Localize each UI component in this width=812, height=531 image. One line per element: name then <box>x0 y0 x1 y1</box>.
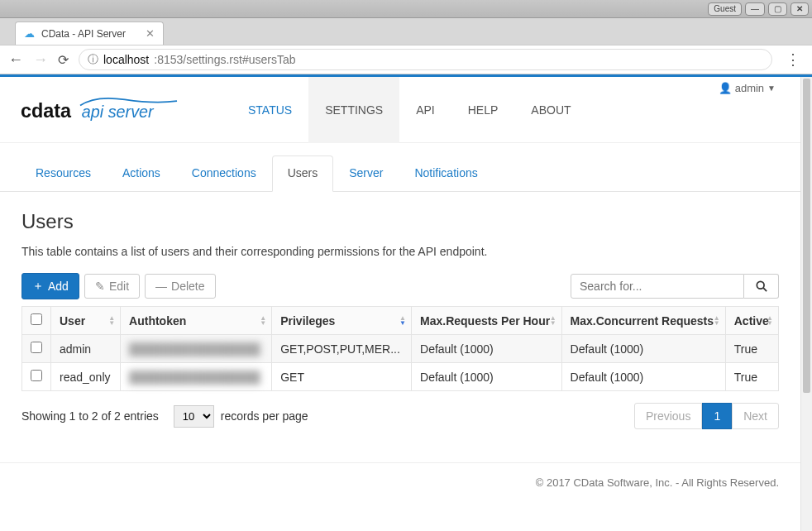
cell-max-concurrent: Default (1000) <box>561 335 725 363</box>
cell-max-requests: Default (1000) <box>412 363 562 391</box>
add-button-label: Add <box>48 280 69 293</box>
pagination: Previous 1 Next <box>634 403 779 429</box>
cell-authtoken: ████████████████ <box>121 335 272 363</box>
cell-active: True <box>725 335 778 363</box>
scrollbar-thumb[interactable] <box>803 79 810 393</box>
minus-icon: — <box>155 280 167 293</box>
search-button[interactable] <box>744 274 779 299</box>
row-checkbox[interactable] <box>31 342 42 353</box>
page-footer: © 2017 CData Software, Inc. - All Rights… <box>0 462 800 502</box>
browser-tab-strip: ☁ CData - API Server ✕ <box>0 18 812 45</box>
column-header-user[interactable]: User▲▼ <box>51 307 121 335</box>
cell-active: True <box>725 363 778 391</box>
next-page-button[interactable]: Next <box>732 403 779 429</box>
showing-entries-text: Showing 1 to 2 of 2 entries <box>21 409 159 423</box>
pencil-icon: ✎ <box>95 280 105 293</box>
settings-subtabs: ResourcesActionsConnectionsUsersServerNo… <box>0 155 800 192</box>
sort-icon: ▲▼ <box>399 316 406 326</box>
sort-icon: ▲▼ <box>767 316 773 326</box>
os-titlebar: Guest — ▢ ✕ <box>0 0 812 18</box>
sort-icon: ▲▼ <box>714 316 720 326</box>
table-body: admin████████████████GET,POST,PUT,MER...… <box>22 335 779 391</box>
select-all-cell <box>22 307 51 335</box>
select-all-checkbox[interactable] <box>31 313 42 325</box>
delete-button[interactable]: — Delete <box>145 274 215 299</box>
nav-item-help[interactable]: HELP <box>451 77 515 143</box>
reload-button[interactable]: ⟳ <box>58 52 69 68</box>
tab-actions[interactable]: Actions <box>107 155 176 192</box>
search-input[interactable] <box>571 274 744 299</box>
sort-icon: ▲▼ <box>260 316 266 326</box>
cell-user: admin <box>51 335 121 363</box>
user-name: admin <box>735 82 764 94</box>
nav-item-status[interactable]: STATUS <box>232 77 308 143</box>
add-button[interactable]: ＋ Add <box>21 273 79 299</box>
toolbar: ＋ Add ✎ Edit — Delete <box>21 273 779 299</box>
os-maximize-button[interactable]: ▢ <box>768 2 787 16</box>
browser-tab[interactable]: ☁ CData - API Server ✕ <box>15 22 164 45</box>
prev-page-button[interactable]: Previous <box>634 403 702 429</box>
row-checkbox[interactable] <box>31 370 42 381</box>
page-description: This table contains a list of users and … <box>21 245 779 258</box>
nav-item-api[interactable]: API <box>399 77 451 143</box>
url-host: localhost <box>103 53 149 66</box>
tab-resources[interactable]: Resources <box>20 155 107 192</box>
address-input[interactable]: ⓘ localhost:8153/settings.rst#usersTab <box>79 49 772 70</box>
column-header-active[interactable]: Active▲▼ <box>725 307 778 335</box>
sort-icon: ▲▼ <box>108 316 115 326</box>
sort-icon: ▲▼ <box>550 316 556 326</box>
column-header-max-requests-per-hour[interactable]: Max.Requests Per Hour▲▼ <box>412 307 562 335</box>
browser-address-bar: ← → ⟳ ⓘ localhost:8153/settings.rst#user… <box>0 45 812 74</box>
records-per-page-label: records per page <box>221 409 308 423</box>
forward-button: → <box>33 51 48 69</box>
tab-notifications[interactable]: Notifications <box>399 155 493 192</box>
search-icon <box>756 280 767 292</box>
table-header-row: User▲▼Authtoken▲▼Privileges▲▼Max.Request… <box>22 307 779 335</box>
records-per-page-select[interactable]: 10 <box>174 405 214 428</box>
cell-authtoken: ████████████████ <box>121 363 272 391</box>
os-guest-button[interactable]: Guest <box>708 2 742 16</box>
os-close-button[interactable]: ✕ <box>791 2 809 16</box>
users-table: User▲▼Authtoken▲▼Privileges▲▼Max.Request… <box>21 306 779 391</box>
cloud-icon: ☁ <box>24 27 35 40</box>
user-icon: 👤 <box>719 82 732 94</box>
svg-text:cdata: cdata <box>21 100 72 122</box>
main-content: Users This table contains a list of user… <box>0 192 800 462</box>
tab-server[interactable]: Server <box>333 155 399 192</box>
table-row[interactable]: read_only████████████████GETDefault (100… <box>22 363 779 391</box>
cell-max-requests: Default (1000) <box>412 335 562 363</box>
header: cdata api server STATUSSETTINGSAPIHELPAB… <box>0 77 800 143</box>
column-header-privileges[interactable]: Privileges▲▼ <box>272 307 412 335</box>
site-info-icon[interactable]: ⓘ <box>88 52 98 67</box>
nav-item-about[interactable]: ABOUT <box>514 77 587 143</box>
svg-text:api server: api server <box>82 103 155 121</box>
os-minimize-button[interactable]: — <box>745 2 765 16</box>
column-header-max-concurrent-requests[interactable]: Max.Concurrent Requests▲▼ <box>561 307 725 335</box>
cell-max-concurrent: Default (1000) <box>561 363 725 391</box>
delete-button-label: Delete <box>171 280 204 293</box>
table-row[interactable]: admin████████████████GET,POST,PUT,MER...… <box>22 335 779 363</box>
page-title: Users <box>21 210 779 233</box>
scrollbar[interactable] <box>800 77 812 531</box>
page-1-button[interactable]: 1 <box>702 403 732 429</box>
edit-button[interactable]: ✎ Edit <box>84 274 140 299</box>
browser-tab-title: CData - API Server <box>41 28 139 40</box>
nav-item-settings[interactable]: SETTINGS <box>308 77 399 143</box>
svg-point-2 <box>757 281 764 289</box>
caret-down-icon: ▼ <box>767 84 776 93</box>
copyright-text: © 2017 CData Software, Inc. - All Rights… <box>536 476 779 489</box>
column-header-authtoken[interactable]: Authtoken▲▼ <box>121 307 272 335</box>
tab-connections[interactable]: Connections <box>176 155 272 192</box>
user-dropdown[interactable]: 👤 admin ▼ <box>719 82 776 94</box>
cell-privileges: GET,POST,PUT,MER... <box>272 335 412 363</box>
cell-privileges: GET <box>272 363 412 391</box>
tab-users[interactable]: Users <box>272 155 334 192</box>
browser-menu-button[interactable]: ⋮ <box>782 50 804 69</box>
cdata-api-server-logo: cdata api server <box>20 95 185 125</box>
table-footer: Showing 1 to 2 of 2 entries 10 records p… <box>21 403 779 429</box>
close-tab-icon[interactable]: ✕ <box>146 27 155 40</box>
back-button[interactable]: ← <box>8 51 23 69</box>
cell-user: read_only <box>51 363 121 391</box>
page-viewport: 👤 admin ▼ cdata api server STATUSSETTING… <box>0 74 812 531</box>
edit-button-label: Edit <box>109 280 129 293</box>
